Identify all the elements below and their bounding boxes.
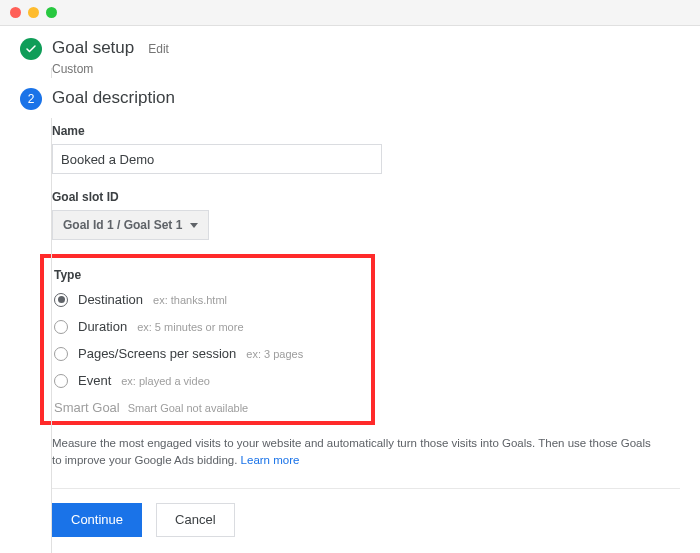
window-close-dot[interactable]	[10, 7, 21, 18]
name-label: Name	[52, 124, 680, 138]
continue-button[interactable]: Continue	[52, 503, 142, 537]
type-option-duration[interactable]: Duration ex: 5 minutes or more	[54, 319, 361, 334]
type-label: Type	[54, 268, 361, 282]
type-option-destination[interactable]: Destination ex: thanks.html	[54, 292, 361, 307]
type-option-label: Pages/Screens per session	[78, 346, 236, 361]
cancel-button[interactable]: Cancel	[156, 503, 234, 537]
smart-goal-label: Smart Goal	[54, 400, 120, 415]
type-option-label: Destination	[78, 292, 143, 307]
goal-name-input[interactable]	[52, 144, 382, 174]
step-setup-subtitle: Custom	[52, 62, 680, 76]
step-description-title: Goal description	[52, 88, 175, 108]
smart-goal-status: Smart Goal not available	[128, 402, 248, 414]
type-option-label: Event	[78, 373, 111, 388]
goal-slot-value: Goal Id 1 / Goal Set 1	[63, 218, 182, 232]
goal-slot-dropdown[interactable]: Goal Id 1 / Goal Set 1	[52, 210, 209, 240]
step-goal-description: 2 Goal description Name Goal slot ID Goa…	[20, 88, 680, 553]
step-goal-setup: Goal setup Edit Custom	[20, 38, 680, 76]
type-option-example: ex: 3 pages	[246, 348, 303, 360]
radio-icon	[54, 293, 68, 307]
chevron-down-icon	[190, 223, 198, 228]
smart-goal-desc-text: Measure the most engaged visits to your …	[52, 437, 651, 466]
radio-icon	[54, 320, 68, 334]
radio-icon	[54, 374, 68, 388]
type-option-example: ex: thanks.html	[153, 294, 227, 306]
type-option-example: ex: played a video	[121, 375, 210, 387]
smart-goal-row: Smart Goal Smart Goal not available	[54, 400, 361, 415]
step-number-icon: 2	[20, 88, 42, 110]
step-setup-edit[interactable]: Edit	[148, 42, 169, 56]
checkmark-icon	[20, 38, 42, 60]
window-minimize-dot[interactable]	[28, 7, 39, 18]
step-connector	[51, 118, 52, 553]
section-divider	[52, 488, 680, 489]
learn-more-link[interactable]: Learn more	[241, 454, 300, 466]
step-connector	[51, 68, 52, 78]
type-option-label: Duration	[78, 319, 127, 334]
goal-wizard: Goal setup Edit Custom 2 Goal descriptio…	[0, 26, 700, 553]
type-option-event[interactable]: Event ex: played a video	[54, 373, 361, 388]
step-setup-title: Goal setup	[52, 38, 134, 58]
smart-goal-description: Measure the most engaged visits to your …	[52, 435, 652, 470]
window-titlebar	[0, 0, 700, 26]
window-zoom-dot[interactable]	[46, 7, 57, 18]
goal-type-section: Type Destination ex: thanks.html Duratio…	[40, 254, 375, 425]
type-option-pages[interactable]: Pages/Screens per session ex: 3 pages	[54, 346, 361, 361]
action-buttons: Continue Cancel	[52, 503, 680, 537]
type-option-example: ex: 5 minutes or more	[137, 321, 243, 333]
slot-label: Goal slot ID	[52, 190, 680, 204]
radio-icon	[54, 347, 68, 361]
